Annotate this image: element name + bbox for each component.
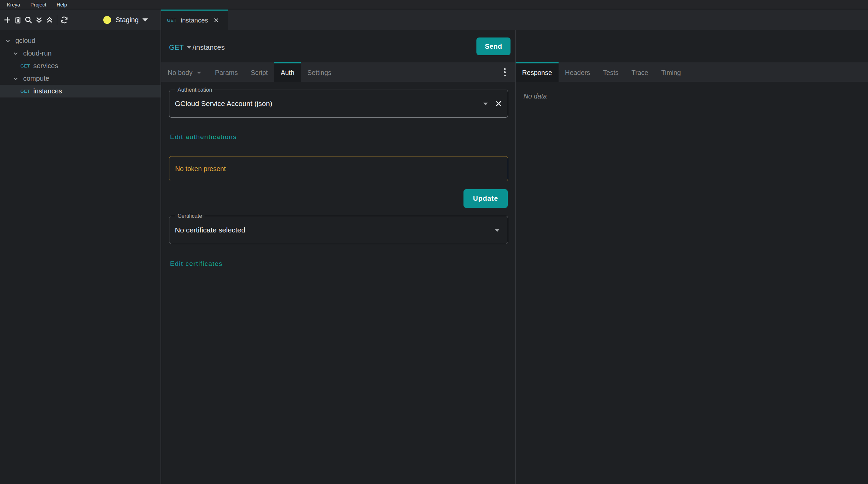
chevron-down-icon	[12, 50, 19, 57]
environment-status-dot	[103, 16, 111, 24]
tree-item-label: gcloud	[15, 37, 35, 45]
tab-label: Params	[215, 69, 238, 77]
menu-bar: Kreya Project Help	[0, 0, 868, 9]
tree-item-cloud-run[interactable]: cloud-run	[0, 47, 161, 60]
environment-name: Staging	[116, 16, 139, 24]
token-warning-box: No token present	[169, 156, 508, 181]
tab-script[interactable]: Script	[244, 62, 274, 82]
chevron-down-icon	[12, 75, 19, 82]
tab-auth[interactable]: Auth	[274, 62, 301, 82]
tab-timing[interactable]: Timing	[655, 62, 687, 82]
tree-item-label: services	[33, 62, 58, 70]
tab-settings[interactable]: Settings	[301, 62, 338, 82]
chevron-down-icon	[495, 229, 500, 232]
chevron-down-icon	[483, 103, 488, 105]
edit-certificates-link[interactable]: Edit certificates	[170, 260, 223, 268]
certificate-select[interactable]: Certificate No certificate selected	[169, 216, 508, 244]
update-button[interactable]: Update	[463, 189, 508, 208]
authentication-select[interactable]: Authentication GCloud Service Account (j…	[169, 90, 508, 118]
menu-kreya[interactable]: Kreya	[2, 2, 25, 7]
tree-item-services[interactable]: GET services	[0, 60, 161, 72]
tab-close-icon[interactable]	[213, 17, 219, 24]
tab-label: Tests	[603, 69, 619, 77]
chevron-down-icon	[4, 37, 11, 44]
chevron-down-icon	[142, 18, 148, 21]
tab-tests[interactable]: Tests	[597, 62, 625, 82]
edit-authentications-link[interactable]: Edit authentications	[170, 133, 237, 141]
tab-response[interactable]: Response	[516, 62, 559, 82]
certificate-value: No certificate selected	[175, 226, 245, 234]
request-tree: gcloud cloud-run GET services compute GE…	[0, 34, 161, 97]
url-field[interactable]: /instances	[193, 43, 225, 51]
document-tab-bar: GET instances	[161, 10, 868, 30]
response-tab-strip: Response Headers Tests Trace Timing	[516, 62, 868, 82]
tree-item-instances[interactable]: GET instances	[0, 85, 161, 97]
tab-params[interactable]: Params	[209, 62, 244, 82]
document-tab-instances[interactable]: GET instances	[161, 10, 228, 30]
tab-label: Headers	[565, 69, 590, 77]
method-value: GET	[169, 43, 184, 51]
send-button[interactable]: Send	[476, 37, 511, 55]
sidebar-toolbar: Staging	[0, 10, 161, 30]
tab-label: Script	[251, 69, 268, 77]
authentication-value: GCloud Service Account (json)	[175, 100, 272, 108]
tree-item-gcloud[interactable]: gcloud	[0, 34, 161, 47]
toolbar-icon-group	[0, 15, 70, 25]
tab-label: Response	[522, 69, 552, 77]
clear-authentication-icon[interactable]	[494, 99, 503, 108]
collapse-all-icon[interactable]	[45, 15, 54, 25]
tab-label: No body	[168, 69, 193, 77]
menu-project[interactable]: Project	[25, 2, 51, 7]
search-icon[interactable]	[24, 15, 33, 25]
tree-item-compute[interactable]: compute	[0, 72, 161, 85]
tab-label: Trace	[631, 69, 648, 77]
tab-label: Timing	[661, 69, 681, 77]
more-options-icon[interactable]	[500, 67, 509, 77]
tab-title: instances	[181, 17, 208, 24]
tab-no-body[interactable]: No body	[161, 62, 209, 82]
request-panel: GET /instances Send No body Params Scrip…	[161, 30, 515, 484]
chevron-down-icon	[196, 70, 202, 76]
method-dropdown[interactable]: GET	[169, 43, 192, 52]
request-tree-sidebar: gcloud cloud-run GET services compute GE…	[0, 30, 161, 484]
tree-item-label: cloud-run	[23, 49, 51, 57]
method-badge: GET	[20, 89, 30, 94]
authentication-label: Authentication	[175, 87, 214, 93]
delete-icon[interactable]	[13, 15, 22, 25]
response-empty-text: No data	[523, 92, 547, 100]
response-panel: Response Headers Tests Trace Timing No d…	[516, 30, 868, 484]
token-warning-text: No token present	[175, 165, 226, 173]
certificate-label: Certificate	[175, 213, 204, 219]
tree-item-label: compute	[23, 75, 49, 82]
request-tab-strip: No body Params Script Auth Settings	[161, 62, 515, 82]
refresh-icon[interactable]	[60, 15, 69, 25]
add-icon[interactable]	[3, 15, 12, 25]
tab-label: Auth	[281, 69, 294, 77]
tab-trace[interactable]: Trace	[625, 62, 655, 82]
method-badge: GET	[20, 63, 30, 69]
tree-item-label: instances	[33, 87, 62, 95]
toolbar-separator	[57, 15, 57, 25]
chevron-down-icon	[187, 46, 192, 49]
tab-method-badge: GET	[167, 18, 177, 23]
tab-headers[interactable]: Headers	[559, 62, 597, 82]
expand-all-icon[interactable]	[34, 15, 44, 25]
tab-label: Settings	[307, 69, 331, 77]
kreya-app-window: Kreya Project Help	[0, 0, 868, 484]
environment-selector[interactable]: Staging	[103, 10, 148, 30]
menu-help[interactable]: Help	[51, 2, 72, 7]
